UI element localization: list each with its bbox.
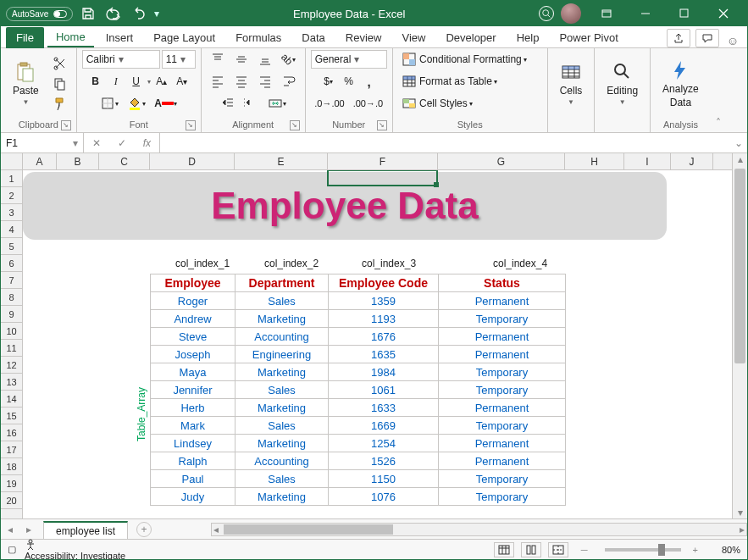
dialog-launcher[interactable]: ↘: [290, 120, 300, 130]
tab-scroll-right[interactable]: ▸: [19, 524, 38, 535]
cancel-formula[interactable]: ✕: [92, 137, 101, 149]
col-header[interactable]: C: [99, 153, 150, 169]
table-cell[interactable]: 1076: [329, 488, 439, 506]
cells-area[interactable]: Employee Data col_index_1 col_index_2 co…: [23, 170, 732, 518]
format-painter-button[interactable]: [49, 95, 71, 114]
col-header[interactable]: A: [23, 153, 57, 169]
table-cell[interactable]: 1669: [329, 417, 439, 435]
help-smiley[interactable]: ☺: [723, 34, 742, 47]
table-cell[interactable]: Marketing: [235, 399, 329, 417]
table-header[interactable]: Department: [235, 274, 329, 292]
row-header[interactable]: 5: [1, 238, 22, 255]
align-left[interactable]: [207, 72, 229, 91]
minimize-button[interactable]: [627, 1, 664, 26]
table-cell[interactable]: Temporary: [439, 363, 566, 381]
accessibility-status[interactable]: Accessibility: Investigate: [25, 539, 125, 561]
dialog-launcher[interactable]: ↘: [186, 120, 196, 130]
table-cell[interactable]: Temporary: [439, 310, 566, 328]
increase-decimal[interactable]: .0→.00: [311, 94, 347, 113]
scroll-thumb[interactable]: [224, 524, 393, 535]
tab-help[interactable]: Help: [508, 28, 548, 47]
increase-font-button[interactable]: A▴: [152, 72, 171, 91]
table-row[interactable]: JenniferSales1061Temporary: [151, 381, 566, 399]
tab-page-layout[interactable]: Page Layout: [145, 28, 224, 47]
zoom-slider[interactable]: [605, 548, 681, 552]
record-macro-icon[interactable]: ▢: [8, 544, 16, 555]
comma-button[interactable]: ,: [360, 72, 379, 91]
paste-button[interactable]: Paste ▼: [6, 59, 46, 108]
tab-insert[interactable]: Insert: [97, 28, 142, 47]
row-header[interactable]: 6: [1, 255, 22, 272]
search-button[interactable]: [539, 6, 554, 21]
redo-button[interactable]: [129, 3, 149, 24]
table-cell[interactable]: Marketing: [235, 435, 329, 452]
align-center[interactable]: [230, 72, 252, 91]
table-row[interactable]: RogerSales1359Permanent: [151, 292, 566, 310]
col-header[interactable]: F: [328, 153, 438, 169]
worksheet[interactable]: 1234567891011121314151617181920 ABCDEFGH…: [1, 153, 747, 518]
dialog-launcher[interactable]: ↘: [61, 120, 71, 130]
table-cell[interactable]: Marketing: [235, 488, 329, 506]
dialog-launcher[interactable]: ↘: [377, 120, 387, 130]
bold-button[interactable]: B: [86, 72, 105, 91]
row-header[interactable]: 10: [1, 323, 22, 340]
fill-color-button[interactable]: ▾: [124, 94, 149, 113]
orientation-button[interactable]: ab▾: [278, 50, 299, 69]
table-cell[interactable]: 1359: [329, 292, 439, 310]
table-cell[interactable]: Sales: [235, 470, 329, 488]
table-cell[interactable]: Roger: [151, 292, 235, 310]
table-cell[interactable]: Engineering: [235, 346, 329, 363]
table-cell[interactable]: 1193: [329, 310, 439, 328]
table-row[interactable]: RalphAccounting1526Permanent: [151, 452, 566, 470]
table-cell[interactable]: 1150: [329, 470, 439, 488]
row-headers[interactable]: 1234567891011121314151617181920: [1, 170, 23, 518]
underline-button[interactable]: U: [127, 72, 146, 91]
align-right[interactable]: [254, 72, 276, 91]
name-box[interactable]: F1▾: [1, 133, 84, 152]
copy-button[interactable]: [49, 75, 71, 93]
table-cell[interactable]: Temporary: [439, 417, 566, 435]
table-row[interactable]: SteveAccounting1676Permanent: [151, 328, 566, 346]
enter-formula[interactable]: ✓: [118, 137, 126, 149]
table-cell[interactable]: Temporary: [439, 488, 566, 506]
table-cell[interactable]: Permanent: [439, 399, 566, 417]
row-header[interactable]: 1: [1, 170, 22, 187]
table-cell[interactable]: Joseph: [151, 346, 235, 363]
share-button[interactable]: [667, 29, 690, 47]
table-cell[interactable]: Sales: [235, 417, 329, 435]
table-cell[interactable]: 1254: [329, 435, 439, 452]
row-header[interactable]: 2: [1, 187, 22, 204]
tab-home[interactable]: Home: [47, 27, 94, 47]
collapse-ribbon[interactable]: ˄: [711, 48, 726, 132]
vertical-scrollbar[interactable]: ▴ ▾: [732, 153, 747, 518]
align-top[interactable]: [207, 50, 229, 69]
table-cell[interactable]: 1635: [329, 346, 439, 363]
table-cell[interactable]: Permanent: [439, 292, 566, 310]
table-cell[interactable]: Steve: [151, 328, 235, 346]
row-header[interactable]: 3: [1, 204, 22, 221]
table-row[interactable]: AndrewMarketing1193Temporary: [151, 310, 566, 328]
horizontal-scrollbar[interactable]: ◂ ▸: [211, 523, 747, 536]
currency-button[interactable]: $▾: [319, 72, 338, 91]
column-headers[interactable]: ABCDEFGHIJ: [23, 153, 732, 170]
number-format-combo[interactable]: General▾: [311, 50, 387, 69]
row-header[interactable]: 9: [1, 306, 22, 323]
row-header[interactable]: 14: [1, 391, 22, 408]
font-color-button[interactable]: A▾: [151, 94, 180, 113]
table-cell[interactable]: 1676: [329, 328, 439, 346]
cells-dropdown[interactable]: Cells▼: [553, 59, 590, 108]
table-row[interactable]: JosephEngineering1635Permanent: [151, 346, 566, 363]
comments-button[interactable]: [695, 29, 719, 47]
italic-button[interactable]: I: [107, 72, 125, 91]
view-page-break[interactable]: [548, 542, 568, 557]
wrap-text-button[interactable]: [278, 72, 300, 91]
cut-button[interactable]: [49, 54, 71, 73]
tab-scroll-left[interactable]: ◂: [1, 524, 19, 535]
table-cell[interactable]: Permanent: [439, 328, 566, 346]
table-cell[interactable]: Judy: [151, 488, 235, 506]
col-header[interactable]: G: [438, 153, 565, 169]
table-cell[interactable]: Marketing: [235, 363, 329, 381]
table-header[interactable]: Status: [439, 274, 566, 292]
table-cell[interactable]: Permanent: [439, 452, 566, 470]
col-header[interactable]: I: [624, 153, 671, 169]
